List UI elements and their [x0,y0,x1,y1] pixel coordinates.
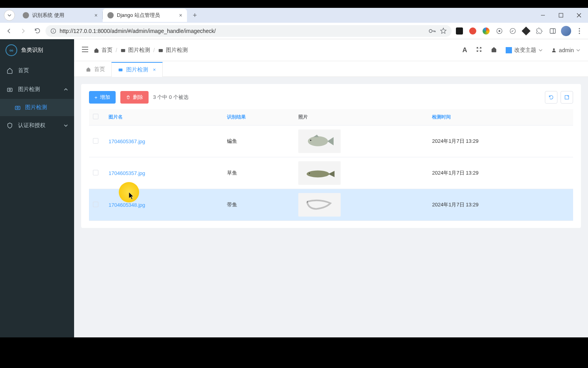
ext-icon-3[interactable] [481,26,492,36]
app-logo[interactable]: ∞ 鱼类识别 [0,39,74,61]
tab-title-0: 识别系统 使用 [32,12,64,19]
svg-point-18 [579,33,580,34]
ext-icon-2[interactable] [467,26,478,36]
table-row[interactable]: 1704605367.jpg 鳊鱼 2024年1月7日 13:29 [89,126,573,157]
maximize-button[interactable] [552,8,570,23]
home-icon [86,67,91,72]
back-button[interactable] [3,25,15,37]
trash-icon [126,95,131,100]
close-tab-1[interactable]: × [179,12,182,18]
font-size-button[interactable]: A [463,46,467,54]
close-tab-icon[interactable]: × [153,67,156,73]
sidebar-item-auth[interactable]: 认证和授权 [0,116,74,135]
home-icon [6,67,13,74]
add-button[interactable]: + 增加 [89,91,116,104]
breadcrumb-home[interactable]: 首页 [94,47,113,54]
row-result: 鳊鱼 [223,126,294,157]
col-name[interactable]: 图片名 [105,109,223,126]
col-photo: 照片 [294,109,428,126]
forward-button[interactable] [17,25,29,37]
theme-dropdown[interactable]: 改变主题 [506,47,543,54]
close-window-button[interactable] [570,8,588,23]
row-result: 带鱼 [223,189,294,221]
profile-avatar[interactable] [561,26,572,36]
user-dropdown[interactable]: admin [551,47,580,53]
refresh-button[interactable] [545,91,557,104]
chevron-down-icon [64,122,68,129]
svg-point-34 [309,173,310,174]
col-time[interactable]: 检测时间 [428,109,573,126]
svg-point-6 [53,29,53,30]
minimize-button[interactable] [534,8,552,23]
camera-icon [14,104,21,111]
browser-tab-0[interactable]: 识别系统 使用 × [18,9,102,22]
site-info-icon[interactable] [50,28,56,34]
extensions-icon[interactable] [534,26,545,36]
sidebar: ∞ 鱼类识别 首页 图片检测 图片检测 认证和授权 [0,39,74,337]
sidebar-item-image-detect[interactable]: 图片检测 [0,80,74,99]
password-key-icon[interactable] [429,28,436,34]
svg-rect-29 [119,69,123,71]
svg-rect-19 [7,88,12,92]
user-icon [551,47,557,53]
fullscreen-icon[interactable] [476,46,482,54]
row-checkbox[interactable] [93,202,98,207]
sidebar-label-home: 首页 [18,67,29,74]
row-name-link[interactable]: 1704605348.jpg [109,202,145,208]
row-checkbox[interactable] [93,138,98,144]
svg-point-7 [429,29,432,33]
row-time: 2024年1月7日 13:29 [428,189,573,221]
browser-tab-1[interactable]: Django 站点管理员 × [103,9,187,22]
selection-text: 3 个中 0 个被选 [153,94,189,101]
table-row[interactable]: 1704605348.jpg 带鱼 2024年1月7日 13:29 [89,189,573,221]
home-quick-icon[interactable] [491,46,497,54]
svg-rect-26 [121,49,125,52]
page-tab-image-detect[interactable]: 图片检测 × [111,62,163,77]
breadcrumb-image-detect-1[interactable]: 图片检测 [120,47,150,54]
row-photo[interactable] [298,161,341,185]
row-photo[interactable] [298,193,341,217]
sidebar-item-home[interactable]: 首页 [0,61,74,80]
page-tabs: 首页 图片检测 × [74,61,588,77]
svg-rect-21 [15,106,20,110]
table-row[interactable]: 1704605357.jpg 草鱼 2024年1月7日 13:29 [89,157,573,189]
tab-search-button[interactable] [4,10,15,21]
ext-icon-5[interactable] [507,26,518,36]
chevron-up-icon [64,86,68,93]
row-checkbox[interactable] [93,170,98,175]
shield-icon [6,122,13,129]
row-result: 草鱼 [223,157,294,189]
side-panel-icon[interactable] [547,26,558,36]
row-name-link[interactable]: 1704605367.jpg [109,138,145,144]
reload-button[interactable] [31,25,43,37]
logo-icon: ∞ [5,44,17,56]
page-tab-home[interactable]: 首页 [80,62,111,77]
ext-icon-4[interactable] [494,26,505,36]
sidebar-sub-image-detect[interactable]: 图片检测 [0,99,74,116]
ext-icon-1[interactable] [454,26,465,36]
hamburger-icon[interactable] [82,47,88,53]
new-tab-button[interactable]: + [189,10,200,21]
svg-rect-27 [159,49,163,52]
delete-button[interactable]: 删除 [120,91,149,104]
col-result[interactable]: 识别结果 [223,109,294,126]
address-bar[interactable]: http://127.0.0.1:8000/admin/#/admin/imag… [45,25,452,37]
bookmark-star-icon[interactable] [440,27,447,35]
ext-icon-6[interactable] [521,26,532,36]
chrome-menu-icon[interactable] [574,26,585,36]
breadcrumb: 首页 / 图片检测 / 图片检测 [94,47,188,54]
svg-point-31 [308,136,328,146]
row-time: 2024年1月7日 13:29 [428,157,573,189]
row-time: 2024年1月7日 13:29 [428,126,573,157]
sidebar-label-image-detect: 图片检测 [18,86,40,93]
svg-point-28 [553,48,555,50]
camera-icon [158,47,163,53]
select-all-checkbox[interactable] [93,114,98,119]
globe-icon [107,12,114,18]
row-name-link[interactable]: 1704605357.jpg [109,170,145,176]
export-button[interactable] [561,91,573,104]
close-tab-0[interactable]: × [94,12,98,18]
breadcrumb-image-detect-2[interactable]: 图片检测 [158,47,188,54]
row-photo[interactable] [298,129,341,153]
url-text: http://127.0.0.1:8000/admin/#/admin/imag… [60,28,216,34]
